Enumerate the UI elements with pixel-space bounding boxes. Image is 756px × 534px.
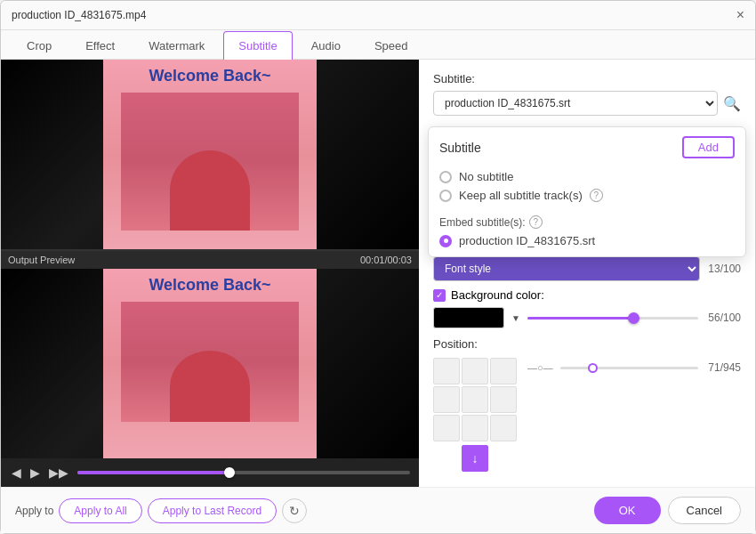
final-buttons: OK Cancel bbox=[594, 497, 741, 524]
color-row: ▼ 56/100 bbox=[433, 307, 741, 328]
grid-cell-bl[interactable] bbox=[433, 415, 460, 441]
tab-effect[interactable]: Effect bbox=[70, 31, 130, 60]
grid-cell-ml[interactable] bbox=[433, 386, 460, 413]
embed-option-srt[interactable]: production ID_4831675.srt bbox=[439, 234, 735, 247]
keep-all-radio[interactable] bbox=[439, 190, 452, 202]
subtitle-file-row: production ID_4831675.srt 🔍 bbox=[433, 91, 741, 116]
apply-group: Apply to Apply to All Apply to Last Reco… bbox=[15, 498, 307, 523]
embed-help-icon[interactable]: ? bbox=[529, 215, 543, 229]
position-label: Position: bbox=[433, 337, 741, 351]
grid-cell-br[interactable] bbox=[490, 415, 517, 441]
grid-cell-tr[interactable] bbox=[490, 358, 517, 384]
window-title: production ID_4831675.mp4 bbox=[12, 9, 146, 21]
keep-all-label: Keep all subtitle track(s) bbox=[459, 189, 583, 202]
no-subtitle-option[interactable]: No subtitle bbox=[439, 167, 735, 186]
progress-track[interactable] bbox=[77, 471, 410, 474]
ok-button[interactable]: OK bbox=[594, 497, 661, 524]
bg-opacity-thumb[interactable] bbox=[628, 312, 639, 324]
grid-cell-bc[interactable] bbox=[462, 415, 488, 441]
embed-radio-inner bbox=[444, 239, 448, 243]
keep-all-option[interactable]: Keep all subtitle track(s) ? bbox=[439, 186, 735, 205]
apply-last-button[interactable]: Apply to Last Record bbox=[148, 498, 277, 523]
title-bar: production ID_4831675.mp4 × bbox=[1, 1, 755, 30]
tab-crop[interactable]: Crop bbox=[12, 31, 67, 60]
position-slider[interactable] bbox=[560, 367, 698, 369]
subtitle-dropdown: Subtitle Add No subtitle Keep all subtit… bbox=[428, 126, 746, 257]
bg-opacity-score: 56/100 bbox=[705, 312, 741, 324]
subtitle-file-select[interactable]: production ID_4831675.srt bbox=[433, 91, 718, 116]
subtitle-search-button[interactable]: 🔍 bbox=[723, 95, 741, 112]
tab-speed[interactable]: Speed bbox=[359, 31, 423, 60]
position-row: ↓ —○— 71/945 bbox=[433, 358, 741, 472]
play-controls: ◀ ▶ ▶▶ bbox=[10, 464, 70, 481]
bg-color-checkbox[interactable]: ✓ bbox=[433, 289, 446, 302]
video-panel: Welcome Back~ Output Preview 00:01/00:03 bbox=[1, 60, 419, 487]
position-slider-container: —○— 71/945 bbox=[527, 358, 741, 374]
position-slider-thumb[interactable] bbox=[588, 363, 598, 373]
embed-section: Embed subtitle(s): ? production ID_48316… bbox=[439, 210, 735, 247]
timestamp: 00:01/00:03 bbox=[360, 255, 412, 265]
progress-thumb[interactable] bbox=[224, 467, 235, 478]
progress-fill bbox=[77, 471, 227, 474]
person-figure-bottom bbox=[121, 302, 299, 422]
color-dropdown-button[interactable]: ▼ bbox=[511, 313, 520, 323]
grid-cell-bottom-active[interactable]: ↓ bbox=[462, 445, 488, 472]
dropdown-header: Subtitle Add bbox=[439, 136, 735, 158]
bg-opacity-slider[interactable] bbox=[527, 317, 698, 320]
playback-bar: ◀ ▶ ▶▶ bbox=[1, 458, 419, 487]
no-subtitle-radio[interactable] bbox=[439, 171, 452, 183]
output-label: Output Preview bbox=[8, 255, 75, 265]
pos-slider-row: —○— 71/945 bbox=[527, 361, 741, 374]
font-select[interactable]: Font style bbox=[433, 256, 700, 281]
output-bar: Output Preview 00:01/00:03 bbox=[1, 251, 419, 269]
welcome-text-bottom: Welcome Back~ bbox=[145, 269, 274, 302]
dropdown-title: Subtitle bbox=[439, 141, 481, 155]
tab-subtitle[interactable]: Subtitle bbox=[223, 31, 292, 60]
pos-slider-icon: —○— bbox=[527, 362, 553, 373]
main-window: production ID_4831675.mp4 × Crop Effect … bbox=[0, 0, 756, 534]
right-panel: Subtitle: production ID_4831675.srt 🔍 Su… bbox=[419, 60, 755, 487]
grid-cell-mc[interactable] bbox=[462, 386, 488, 413]
video-preview-bottom: Welcome Back~ bbox=[1, 269, 419, 458]
apply-all-button[interactable]: Apply to All bbox=[59, 498, 141, 523]
pos-score: 71/945 bbox=[705, 361, 741, 374]
video-bg-top: Welcome Back~ bbox=[1, 60, 419, 249]
cancel-button[interactable]: Cancel bbox=[668, 497, 741, 524]
keep-all-help-icon[interactable]: ? bbox=[590, 189, 603, 202]
bg-color-row: ✓ Background color: bbox=[433, 288, 741, 302]
prev-frame-button[interactable]: ◀ bbox=[10, 464, 23, 481]
video-preview-top: Welcome Back~ bbox=[1, 60, 419, 251]
embed-srt-label: production ID_4831675.srt bbox=[459, 234, 595, 247]
next-frame-button[interactable]: ▶▶ bbox=[47, 464, 70, 481]
grid-cell-tl[interactable] bbox=[433, 358, 460, 384]
grid-cell-mr[interactable] bbox=[490, 386, 517, 413]
video-inner-top: Welcome Back~ bbox=[103, 60, 317, 249]
grid-cell-tc[interactable] bbox=[462, 358, 488, 384]
embed-label: Embed subtitle(s): ? bbox=[439, 215, 735, 229]
person-head-top bbox=[170, 150, 250, 231]
active-cell-row: ↓ bbox=[433, 445, 517, 472]
no-subtitle-label: No subtitle bbox=[459, 170, 513, 183]
tab-watermark[interactable]: Watermark bbox=[133, 31, 220, 60]
embed-label-text: Embed subtitle(s): bbox=[439, 216, 526, 229]
bg-color-label: Background color: bbox=[451, 288, 544, 302]
add-subtitle-button[interactable]: Add bbox=[682, 136, 735, 158]
main-content: Welcome Back~ Output Preview 00:01/00:03 bbox=[1, 60, 755, 487]
refresh-button[interactable]: ↻ bbox=[282, 498, 307, 523]
subtitle-section-label: Subtitle: bbox=[433, 72, 741, 85]
bottom-actions: Apply to Apply to All Apply to Last Reco… bbox=[1, 487, 755, 533]
position-grid bbox=[433, 358, 517, 441]
apply-to-label: Apply to bbox=[15, 505, 53, 517]
tab-bar: Crop Effect Watermark Subtitle Audio Spe… bbox=[1, 30, 755, 60]
video-inner-bottom: Welcome Back~ bbox=[103, 269, 317, 458]
embed-radio-filled[interactable] bbox=[439, 235, 452, 247]
position-grid-container: ↓ bbox=[433, 358, 517, 472]
font-score: 13/100 bbox=[705, 263, 741, 275]
close-button[interactable]: × bbox=[736, 8, 744, 22]
welcome-text-top: Welcome Back~ bbox=[145, 60, 274, 93]
play-button[interactable]: ▶ bbox=[28, 464, 42, 481]
video-bg-bottom: Welcome Back~ bbox=[1, 269, 419, 458]
color-swatch[interactable] bbox=[433, 307, 504, 328]
tab-audio[interactable]: Audio bbox=[296, 31, 356, 60]
person-figure-top bbox=[121, 93, 299, 231]
